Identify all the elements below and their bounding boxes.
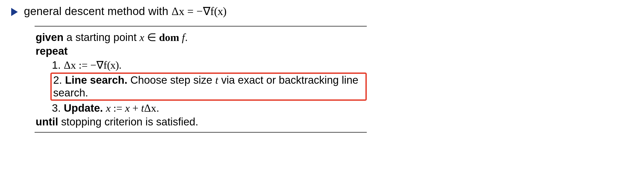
steps-list: 1. Δx := −∇f(x). 2. Line search. Choose … [36,59,367,115]
math-delta-x: Δx [64,59,76,71]
space [103,102,106,114]
step-number: 1. [52,59,64,71]
bullet-prefix: general descent method with [24,5,171,17]
bullet-text: general descent method with Δx = −∇f(x) [24,5,226,18]
algorithm-block: given a starting point x ∈ dom f. repeat… [35,26,367,133]
math-neg-grad-f: −∇f [90,59,107,71]
step-3: 3. Update. x := x + tΔx. [52,102,367,114]
math-x-lhs: x [106,102,111,114]
plus-op: + [130,102,141,114]
until-line: until stopping criterion is satisfied. [36,116,367,128]
math-in: ∈ [144,32,159,43]
bullet-item: general descent method with Δx = −∇f(x) [10,5,634,18]
math-of-x: (x) [214,5,226,18]
math-x: x [140,32,144,43]
assign-op: := [76,59,90,71]
step-1: 1. Δx := −∇f(x). [52,59,367,71]
math-equals: = [184,5,196,18]
step-title: Line search. [65,74,127,86]
period: . [185,31,188,43]
slide-content: general descent method with Δx = −∇f(x) … [0,0,644,173]
math-of-x: (x) [107,59,119,71]
highlight-annotation: 2. Line search. Choose step size t via e… [50,73,367,101]
math-delta-x: Δx [171,5,184,18]
math-delta-x: Δx [144,102,156,114]
until-keyword: until [36,116,58,128]
given-keyword: given [36,31,64,43]
repeat-line: repeat [36,45,367,57]
algorithm-body: given a starting point x ∈ dom f. repeat… [35,31,367,128]
given-text: a starting point [64,31,140,43]
triangle-bullet-icon [11,8,18,16]
rule-top [35,26,367,26]
rule-bottom [35,132,367,133]
repeat-keyword: repeat [36,45,68,57]
period: . [119,59,122,71]
step-2: 2. Line search. Choose step size t via e… [52,73,367,101]
given-line: given a starting point x ∈ dom f. [36,31,367,44]
until-text: stopping criterion is satisfied. [58,116,198,128]
step-number: 2. [53,74,65,86]
math-neg-grad-f: −∇f [197,5,214,18]
dom-keyword: dom [159,32,182,43]
step-number: 3. [52,102,64,114]
step-title: Update. [64,102,103,114]
step-text: Choose step size [127,74,215,86]
assign-op: := [111,102,125,114]
math-t: t [141,102,144,114]
math-x-rhs: x [125,102,130,114]
math-f: f [182,32,185,43]
math-t: t [215,74,218,86]
period: . [156,102,159,114]
